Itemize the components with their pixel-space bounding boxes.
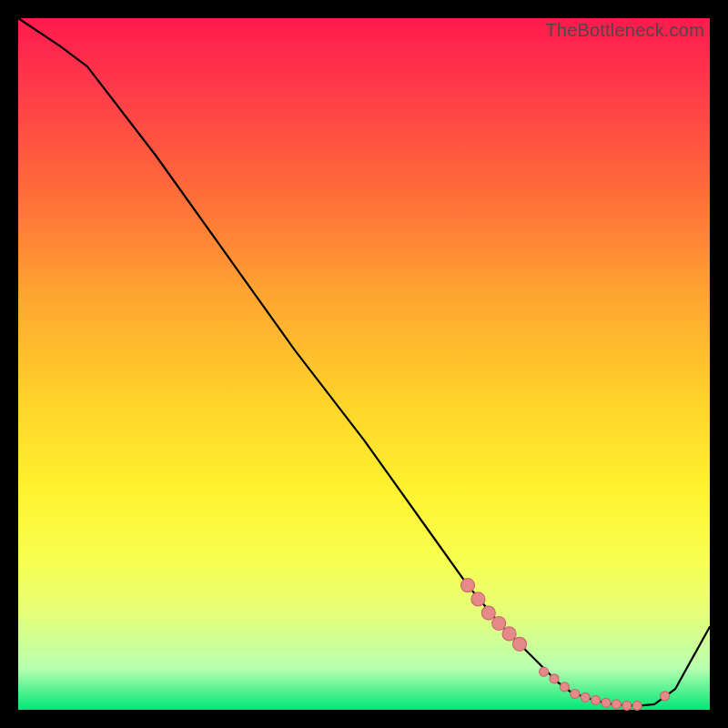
highlight-dot <box>622 701 632 710</box>
highlight-dot <box>502 627 516 641</box>
highlight-dot <box>481 606 495 620</box>
bottleneck-chart <box>18 18 710 710</box>
highlight-dot <box>550 674 559 683</box>
highlight-dot <box>612 700 621 709</box>
highlight-dots-group <box>461 579 670 711</box>
highlight-dot <box>492 617 506 631</box>
highlight-dot <box>461 579 475 592</box>
highlight-dot <box>602 698 611 707</box>
highlight-dot <box>632 701 642 710</box>
highlight-dot <box>592 695 601 704</box>
highlight-dot <box>571 690 580 699</box>
chart-frame: TheBottleneck.com <box>18 18 710 710</box>
bottleneck-curve-line <box>18 18 710 705</box>
highlight-dot <box>471 592 485 606</box>
highlight-dot <box>661 692 670 701</box>
highlight-dot <box>513 637 527 651</box>
highlight-dot <box>581 693 590 702</box>
highlight-dot <box>540 667 549 676</box>
highlight-dot <box>560 682 569 692</box>
